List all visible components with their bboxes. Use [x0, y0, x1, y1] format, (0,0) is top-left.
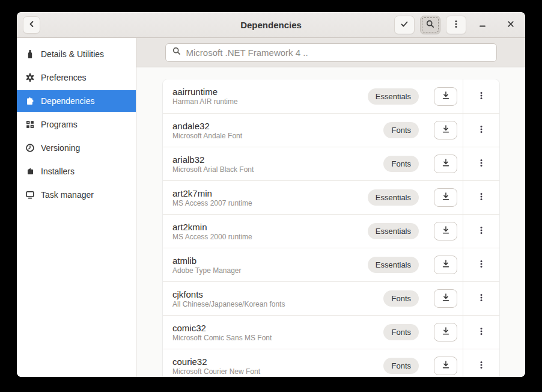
- dependency-text: aairruntime Harman AIR runtime: [172, 86, 368, 106]
- row-menu-button[interactable]: [463, 282, 499, 315]
- sidebar-item-installers[interactable]: Installers: [17, 161, 136, 182]
- sidebar-item-versioning[interactable]: Versioning: [17, 137, 136, 159]
- dependency-name: comic32: [172, 322, 383, 334]
- titlebar-controls: [394, 12, 518, 38]
- close-button[interactable]: [504, 16, 518, 34]
- sidebar-item-label: Programs: [41, 120, 78, 129]
- install-button[interactable]: [434, 188, 457, 207]
- checkmark-icon: [400, 19, 409, 31]
- vertical-ellipsis-icon: [477, 124, 486, 136]
- dependency-text: courie32 Microsoft Courier New Font: [172, 356, 383, 376]
- category-badge: Fonts: [383, 156, 419, 172]
- app-window: Dependencies: [17, 12, 525, 377]
- dependency-text: andale32 Microsoft Andale Font: [172, 120, 383, 141]
- sidebar-item-label: Details & Utilities: [41, 49, 104, 59]
- puzzle-icon: [25, 96, 35, 106]
- install-button[interactable]: [434, 121, 457, 139]
- row-menu-button[interactable]: [463, 114, 499, 147]
- dependency-name: aairruntime: [172, 86, 368, 97]
- install-button[interactable]: [434, 222, 457, 240]
- bottle-icon: [25, 49, 35, 59]
- sidebar-item-label: Versioning: [41, 143, 80, 153]
- vertical-ellipsis-icon: [477, 158, 486, 170]
- dependency-row: comic32 Microsoft Comic Sans MS Font Fon…: [163, 315, 499, 349]
- vertical-ellipsis-icon: [477, 293, 486, 304]
- dependency-name: art2k7min: [172, 188, 368, 199]
- sidebar-item-programs[interactable]: Programs: [17, 114, 136, 135]
- dependency-text: comic32 Microsoft Comic Sans MS Font: [172, 322, 383, 343]
- dependency-description: Microsoft Andale Font: [172, 132, 383, 141]
- download-icon: [441, 360, 451, 372]
- minimize-icon: [478, 19, 487, 31]
- row-menu-button[interactable]: [463, 215, 499, 248]
- search-box: [165, 43, 497, 62]
- gear-icon: [25, 73, 35, 82]
- search-toggle-button[interactable]: [420, 16, 440, 34]
- sidebar-item-dependencies[interactable]: Dependencies: [17, 90, 136, 112]
- dependency-description: All Chinese/Japanese/Korean fonts: [172, 300, 383, 309]
- dependency-row: art2kmin MS Access 2000 runtime Essentia…: [163, 214, 499, 248]
- toolbox-icon: [25, 167, 35, 176]
- dependency-name: atmlib: [172, 255, 368, 266]
- dependency-text: atmlib Adobe Type Manager: [172, 255, 368, 275]
- row-menu-button[interactable]: [463, 79, 499, 113]
- dependency-text: cjkfonts All Chinese/Japanese/Korean fon…: [172, 289, 383, 309]
- download-icon: [441, 225, 451, 237]
- clock-icon: [25, 143, 35, 153]
- vertical-ellipsis-icon: [477, 259, 486, 271]
- app-body: Details & Utilities Preferences Dependen…: [17, 38, 525, 377]
- row-menu-button[interactable]: [463, 316, 499, 349]
- dependency-text: art2k7min MS Access 2007 runtime: [172, 188, 368, 208]
- dependency-name: art2kmin: [172, 221, 368, 233]
- dependency-name: courie32: [172, 356, 383, 367]
- install-button[interactable]: [434, 256, 457, 274]
- dependency-text: arialb32 Microsoft Arial Black Font: [172, 154, 383, 174]
- category-badge: Essentials: [368, 257, 419, 273]
- row-menu-button[interactable]: [463, 248, 499, 281]
- dependency-row: courie32 Microsoft Courier New Font Font…: [163, 349, 499, 377]
- sidebar-item-label: Task manager: [41, 190, 94, 200]
- sidebar-item-details-utilities[interactable]: Details & Utilities: [17, 43, 136, 65]
- titlebar: Dependencies: [17, 12, 525, 38]
- sidebar: Details & Utilities Preferences Dependen…: [17, 38, 136, 377]
- dependency-description: Harman AIR runtime: [172, 97, 368, 106]
- dependency-list: aairruntime Harman AIR runtime Essential…: [163, 79, 499, 377]
- download-icon: [441, 259, 451, 271]
- category-badge: Fonts: [383, 324, 419, 340]
- content-area: aairruntime Harman AIR runtime Essential…: [136, 67, 525, 377]
- install-button[interactable]: [434, 323, 457, 341]
- dependency-description: Microsoft Courier New Font: [172, 367, 383, 376]
- row-menu-button[interactable]: [463, 349, 499, 377]
- install-button[interactable]: [434, 357, 457, 375]
- download-icon: [441, 192, 451, 203]
- vertical-ellipsis-icon: [477, 91, 486, 102]
- search-input[interactable]: [186, 47, 490, 58]
- vertical-ellipsis-icon: [477, 360, 486, 372]
- install-button[interactable]: [434, 87, 457, 106]
- download-icon: [441, 293, 451, 304]
- vertical-ellipsis-icon: [451, 19, 461, 31]
- confirm-button[interactable]: [394, 16, 415, 34]
- dependency-description: MS Access 2007 runtime: [172, 199, 368, 208]
- dependency-row: arialb32 Microsoft Arial Black Font Font…: [163, 147, 499, 180]
- sidebar-item-label: Preferences: [41, 73, 86, 82]
- sidebar-item-preferences[interactable]: Preferences: [17, 67, 136, 88]
- dependency-description: Adobe Type Manager: [172, 266, 368, 275]
- download-icon: [441, 158, 451, 170]
- category-badge: Essentials: [368, 88, 419, 105]
- main-area: aairruntime Harman AIR runtime Essential…: [136, 38, 525, 377]
- minimize-button[interactable]: [475, 16, 490, 34]
- download-icon: [441, 326, 451, 338]
- category-badge: Fonts: [383, 122, 419, 138]
- download-icon: [441, 124, 451, 136]
- category-badge: Fonts: [383, 290, 419, 307]
- search-icon: [425, 19, 435, 31]
- install-button[interactable]: [434, 289, 457, 308]
- install-button[interactable]: [434, 155, 457, 173]
- dependency-row: atmlib Adobe Type Manager Essentials: [163, 248, 499, 281]
- menu-button[interactable]: [446, 16, 466, 34]
- dependency-description: MS Access 2000 runtime: [172, 233, 368, 242]
- row-menu-button[interactable]: [463, 181, 499, 214]
- row-menu-button[interactable]: [463, 147, 499, 180]
- sidebar-item-task-manager[interactable]: Task manager: [17, 184, 136, 206]
